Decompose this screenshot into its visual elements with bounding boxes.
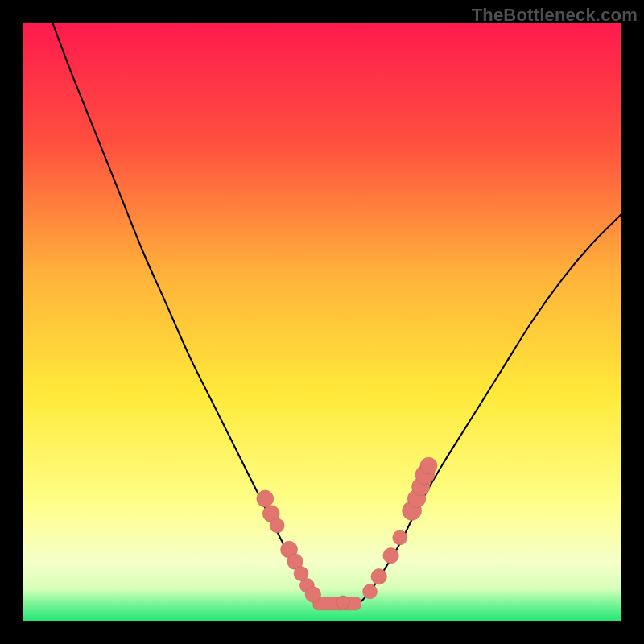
data-marker [393,530,407,545]
data-marker [336,596,349,609]
data-marker [420,457,437,474]
bottleneck-chart [23,23,621,621]
data-marker [270,518,284,533]
data-marker [363,584,378,599]
data-marker [371,569,386,584]
data-marker [257,490,274,507]
watermark-text: TheBottleneck.com [472,5,638,26]
chart-frame [23,23,621,621]
data-marker [383,547,398,563]
data-marker [305,587,320,602]
